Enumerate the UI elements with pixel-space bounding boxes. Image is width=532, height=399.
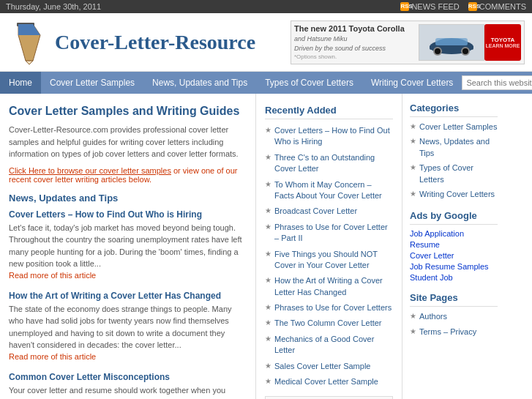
cover-letter-samples-box: Cover Letter Samples Search multiple eng… [265,396,393,399]
newsfeed-link[interactable]: RSS NEWS FEED [400,2,459,11]
date-label: Thursday, June 30th, 2011 [6,2,101,11]
recent-link[interactable]: Mechanics of a Good Cover Letter [274,334,393,357]
cat-icon: ★ [410,190,416,198]
recent-list-item: ★Five Things you Should NOT Cover in You… [265,249,393,272]
main-content: Cover Letter Samples and Writing Guides … [0,94,256,399]
category-item: ★Cover Letter Samples [410,122,498,133]
sidebar: Categories ★Cover Letter Samples★News, U… [402,94,505,399]
recent-list-item: ★Mechanics of a Good Cover Letter [265,334,393,357]
intro-text: Cover-Letter-Resource.com provides profe… [9,124,244,160]
ad-link[interactable]: Student Job [410,273,498,282]
recent-icon: ★ [265,362,271,370]
recent-list-item: ★How the Art of Writing a Cover Letter H… [265,275,393,298]
toyota-logo: TOYOTA LEARN MORE [484,24,521,61]
article-3: Common Cover Letter Misconceptions Your … [9,370,244,400]
nav-cover-letter-samples[interactable]: Cover Letter Samples [41,72,143,94]
site-page-icon: ★ [410,327,416,335]
content-wrapper: Cover Letter Samples and Writing Guides … [0,94,532,399]
logo-text[interactable]: Cover-Letter-Resource [55,31,255,54]
ad-link[interactable]: Job Resume Samples [410,262,498,271]
recent-link[interactable]: The Two Column Cover Letter [274,318,382,329]
header-ad[interactable]: The new 2011 Toyota Corolla and Hatsune … [291,20,525,64]
article-2-title[interactable]: How the Art of Writing a Cover Letter Ha… [9,291,221,301]
nav-writing[interactable]: Writing Cover Letters [362,72,462,94]
middle-column: Recently Added ★Cover Letters – How to F… [256,94,402,399]
category-link[interactable]: Writing Cover Letters [419,189,495,200]
comments-link[interactable]: RSS COMMENTS [468,2,526,11]
ad-link[interactable]: Job Application [410,229,498,238]
site-page-link[interactable]: Terms – Privacy [419,327,476,338]
ad-car-image [419,24,484,61]
recent-icon: ★ [265,335,271,343]
site-page-link[interactable]: Authors [419,311,447,322]
top-bar-right: RSS NEWS FEED RSS COMMENTS [400,2,526,11]
cta-link[interactable]: Click Here to browse our cover letter sa… [9,166,171,175]
ad-text: The new 2011 Toyota Corolla and Hatsune … [294,23,419,61]
navigation: Home Cover Letter Samples News, Updates … [0,72,532,94]
recent-link[interactable]: Phrases to Use for Cover Letter – Part I… [274,222,393,245]
recent-list-item: ★Medical Cover Letter Sample [265,376,393,387]
recent-link[interactable]: How the Art of Writing a Cover Letter Ha… [274,275,393,298]
cat-icon: ★ [410,137,416,145]
recent-icon: ★ [265,180,271,188]
svg-marker-1 [26,61,33,64]
cta-paragraph: Click Here to browse our cover letter sa… [9,166,244,184]
recent-icon: ★ [265,377,271,385]
nav-home[interactable]: Home [0,72,41,94]
svg-point-9 [462,48,469,55]
article-1-body: Let's face it, today's job market has mo… [9,222,244,270]
recent-list-item: ★The Two Column Cover Letter [265,318,393,329]
logo-area: Cover-Letter-Resource [7,20,255,64]
header: Cover-Letter-Resource The new 2011 Toyot… [0,13,532,72]
site-page-item: ★Terms – Privacy [410,327,498,338]
nav-news-updates[interactable]: News, Updates and Tips [143,72,256,94]
recent-list-item: ★Cover Letters – How to Find Out Who is … [265,125,393,148]
ad-sub2: Driven by the sound of success [294,44,419,53]
recent-list-item: ★To Whom it May Concern – Facts About Yo… [265,179,393,202]
ad-link[interactable]: Resume [410,240,498,249]
recent-list-item: ★Sales Cover Letter Sample [265,361,393,372]
page-title: Cover Letter Samples and Writing Guides [9,105,244,118]
article-1-read-more[interactable]: Read more of this article [9,271,96,280]
recent-icon: ★ [265,303,271,311]
recently-added-title: Recently Added [265,105,393,119]
category-link[interactable]: Types of Cover Letters [419,163,498,185]
learn-more-label: LEARN MORE [485,43,520,48]
nav-types[interactable]: Types of Cover Letters [256,72,362,94]
recent-icon: ★ [265,276,271,284]
recent-link[interactable]: Cover Letters – How to Find Out Who is H… [274,125,393,148]
recent-list-item: ★Phrases to Use for Cover Letter – Part … [265,222,393,245]
article-3-body: Your cover letter and resume should work… [9,384,244,400]
toyota-label: TOYOTA [485,37,520,43]
article-2-read-more[interactable]: Read more of this article [9,352,96,361]
category-link[interactable]: News, Updates and Tips [419,136,498,159]
comments-rss-icon: RSS [468,2,477,11]
cat-icon: ★ [410,122,416,130]
ads-title: Ads by Google [410,210,498,225]
recent-link[interactable]: Three C's to an Outstanding Cover Letter [274,152,393,175]
article-1: Cover Letters – How to Find Out Who is H… [9,208,244,280]
recent-list-item: ★Three C's to an Outstanding Cover Lette… [265,152,393,175]
recent-link[interactable]: Five Things you Should NOT Cover in Your… [274,249,393,272]
svg-rect-10 [435,38,468,45]
recent-icon: ★ [265,223,271,231]
recent-list-item: ★Broadcast Cover Letter [265,206,393,217]
article-2-body: The state of the economy does strange th… [9,303,244,351]
recent-list-item: ★Phrases to Use for Cover Letters [265,302,393,313]
recent-link[interactable]: Broadcast Cover Letter [274,206,357,217]
recent-link[interactable]: Medical Cover Letter Sample [274,376,378,387]
recent-icon: ★ [265,153,271,161]
article-2: How the Art of Writing a Cover Letter Ha… [9,289,244,362]
category-link[interactable]: Cover Letter Samples [419,122,497,133]
recent-link[interactable]: To Whom it May Concern – Facts About You… [274,179,393,202]
top-bar: Thursday, June 30th, 2011 RSS NEWS FEED … [0,0,532,13]
search-input[interactable] [462,75,532,90]
category-item: ★Types of Cover Letters [410,163,498,185]
search-area: GO [462,75,532,90]
article-1-title[interactable]: Cover Letters – How to Find Out Who is H… [9,209,202,220]
ad-sub1: and Hatsune Miku [294,34,419,44]
article-3-title[interactable]: Common Cover Letter Misconceptions [9,372,170,382]
ad-link[interactable]: Cover Letter [410,251,498,260]
recent-link[interactable]: Sales Cover Letter Sample [274,361,370,372]
recent-link[interactable]: Phrases to Use for Cover Letters [274,302,391,313]
